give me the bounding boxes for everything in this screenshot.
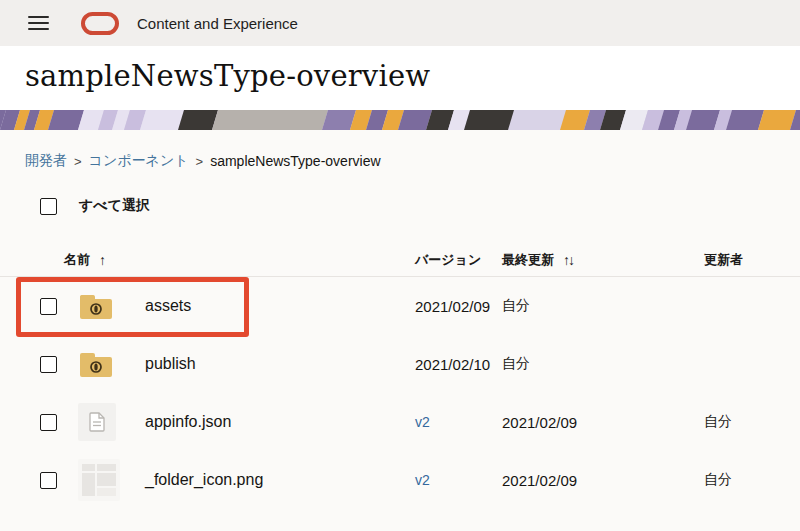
item-updated-by: 自分: [502, 355, 704, 373]
item-name[interactable]: _folder_icon.png: [145, 471, 415, 489]
item-name[interactable]: appinfo.json: [145, 413, 415, 431]
item-updated-by: 自分: [502, 297, 704, 315]
item-name[interactable]: publish: [145, 355, 415, 373]
decorative-banner: [0, 110, 800, 130]
column-header-updated[interactable]: 最終更新 ↑↓: [502, 251, 704, 269]
row-checkbox[interactable]: [40, 356, 57, 373]
item-name[interactable]: assets: [145, 297, 415, 315]
item-version[interactable]: v2: [415, 414, 502, 430]
page-title-area: sampleNewsType-overview: [0, 46, 800, 110]
sort-ascending-icon[interactable]: ↑: [99, 252, 104, 268]
content-area: 開発者 > コンポーネント > sampleNewsType-overview …: [0, 152, 800, 509]
page-title: sampleNewsType-overview: [25, 59, 800, 93]
row-checkbox[interactable]: [40, 472, 57, 489]
app-bar: Content and Experience: [0, 0, 800, 46]
table-row[interactable]: assets 2021/02/09 自分: [0, 277, 800, 335]
breadcrumb-link-developer[interactable]: 開発者: [25, 152, 67, 170]
hamburger-menu-icon[interactable]: [28, 16, 49, 31]
table-row[interactable]: appinfo.json v2 2021/02/09 自分: [0, 393, 800, 451]
item-version[interactable]: v2: [415, 472, 502, 488]
app-title: Content and Experience: [137, 15, 298, 32]
table-row[interactable]: publish 2021/02/10 自分: [0, 335, 800, 393]
banner-art: [0, 110, 800, 130]
row-checkbox[interactable]: [40, 414, 57, 431]
item-updated-date: 2021/02/09: [502, 472, 704, 489]
item-updated-date: 2021/02/09: [415, 298, 502, 315]
breadcrumb: 開発者 > コンポーネント > sampleNewsType-overview: [25, 152, 800, 170]
item-updated-date: 2021/02/10: [415, 356, 502, 373]
select-all-label: すべて選択: [79, 197, 150, 215]
column-header-name[interactable]: 名前 ↑: [64, 251, 415, 269]
file-document-icon: [78, 403, 116, 441]
select-all-checkbox[interactable]: [40, 198, 57, 215]
select-all-control: すべて選択: [40, 197, 800, 215]
item-updated-by: 自分: [704, 413, 800, 431]
image-thumbnail-icon: [78, 459, 120, 501]
row-checkbox[interactable]: [40, 298, 57, 315]
breadcrumb-current: sampleNewsType-overview: [210, 153, 380, 169]
column-header-version[interactable]: バージョン: [415, 251, 502, 269]
shortcut-folder-icon: [78, 349, 145, 379]
breadcrumb-link-components[interactable]: コンポーネント: [89, 152, 189, 170]
oracle-logo-icon: [81, 12, 119, 35]
shortcut-folder-icon: [78, 291, 145, 321]
sort-both-icon[interactable]: ↑↓: [563, 252, 573, 268]
table-header-row: 名前 ↑ バージョン 最終更新 ↑↓ 更新者: [0, 244, 800, 277]
column-header-updated-by[interactable]: 更新者: [704, 251, 800, 269]
item-updated-by: 自分: [704, 471, 800, 489]
item-updated-date: 2021/02/09: [502, 414, 704, 431]
breadcrumb-separator: >: [196, 154, 204, 169]
breadcrumb-separator: >: [74, 154, 82, 169]
table-row[interactable]: _folder_icon.png v2 2021/02/09 自分: [0, 451, 800, 509]
